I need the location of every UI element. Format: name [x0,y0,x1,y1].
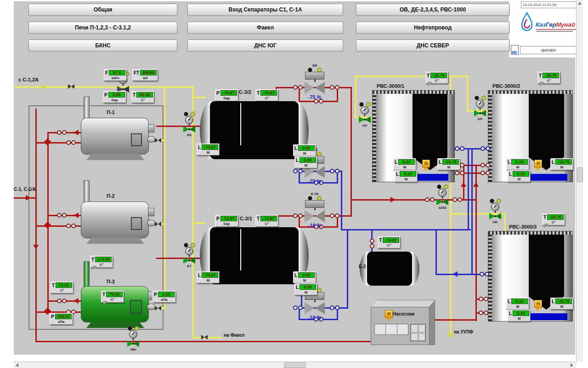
pipe-gas-s31 [193,222,206,224]
pipe-k9-loop-r [337,88,338,102]
pipe-water-tank-vert-2 [471,148,473,275]
p1-window [131,133,142,146]
k11-position: -75 % [308,178,322,184]
valve-label: з10к [439,206,447,210]
arrow-oil-down [33,245,39,249]
fitting-p1l [66,140,76,145]
hand-valve-p2-icon[interactable] [155,222,161,226]
p3-blower [147,304,155,310]
vertical-scroll-thumb[interactable] [577,167,583,182]
inlet-flow-indicator: F57.5м3/ч [104,69,127,81]
arrow-water-left [452,271,458,277]
nav-bkns[interactable]: БКНС [28,40,177,52]
s31-level2-indicator: L0.00М [294,283,317,295]
scroll-right-arrow[interactable] [571,363,573,367]
valve-indicators [490,199,501,203]
hand-valve-inlet-icon[interactable] [68,84,74,89]
timestamp: 10.04.2014 12:21:50 [521,1,579,8]
pipe-water-vert-2 [347,229,348,309]
instrument-unit: С° [539,79,559,83]
scroll-up-arrow[interactable] [578,2,582,5]
rvs2-label: РВС-3000/2 [492,83,520,89]
valve-z8n[interactable]: з8н [125,326,141,351]
instrument-letter: L [509,311,512,316]
nav-pechi[interactable]: Печи П-1,2,3 - С-3.1,2 [28,22,177,34]
e2-body [367,252,412,286]
instrument-letter: P [216,91,220,96]
horizontal-scroll-thumb[interactable] [284,362,306,368]
instrument-unit: кПа [51,320,72,324]
p2-label: П-2 [107,193,115,199]
nav-dns-yug[interactable]: ДНС ЮГ [187,40,343,52]
k10-actuator [305,200,324,208]
valve-z1g[interactable]: з1г [356,102,373,127]
valve-label: з1г [362,123,368,127]
instrument-letter: FT [134,70,139,75]
hand-valve-p1-icon[interactable] [155,138,161,143]
instrument-unit: С° [102,298,123,302]
valve-z2g[interactable]: з2г [472,96,488,121]
instrument-unit: С° [427,79,447,83]
rvs3-level1-indicator: L5.10М [506,298,529,310]
instrument-letter: L [198,273,201,278]
valve-k9[interactable]: К9 -75 % [303,63,326,100]
nav-ov-de-rvs[interactable]: ОВ, ДЕ-2,3,4,5, РВС-1000 [356,4,509,16]
valve-k6[interactable]: К6 [181,112,198,137]
p1-blower [147,136,155,143]
scroll-left-arrow[interactable] [16,363,18,367]
pipe-water-tank-vert-1 [468,148,469,230]
instrument-unit: М [294,278,315,282]
valve-indicators [184,243,195,247]
e2-label: Е-2 [359,264,366,269]
k12-body [305,302,325,314]
instrument-letter: L [439,160,441,165]
process-canvas: Общая Печи П-1,2,3 - С-3.1,2 БКНС Вход С… [14,1,575,355]
k10-body [305,210,325,222]
fitting-t12-blue-l [455,146,464,151]
nav-obschaya[interactable]: Общая [28,4,177,16]
instrument-unit: М [395,165,415,169]
operator-field[interactable]: operator [520,46,577,54]
p2-blower [147,220,155,226]
instrument-letter: L [509,172,512,177]
hand-valve-k8-icon[interactable] [201,335,208,339]
s32-gauge-line [240,103,241,145]
rvs3-label: РВС-3000/3 [509,224,537,230]
valve-z10k[interactable]: з10к [434,184,451,210]
nav-nefteprovod[interactable]: Нефтепровод [356,22,509,34]
instrument-unit: М [439,165,459,169]
s31-pressure-indicator: P-74.67бар [215,215,238,227]
valve-z3g[interactable]: з3г [487,199,503,224]
rvs3-level [529,313,567,320]
valve-k7[interactable]: К7 [181,243,198,268]
logo-text: КазГерМунай [536,21,575,28]
instrument-value: 75.00 [106,292,123,297]
pump-house-side [429,300,435,345]
inlet-totalizer-indicator: FT80590м3 [132,69,158,81]
valve-gauge [476,100,484,108]
valve-indicators [437,184,448,189]
nav-fakel[interactable]: Факел [187,22,343,34]
pump-house-high-arrow [386,318,391,322]
valve-indicators [359,102,371,106]
valve-k10[interactable]: К 10 -16 % [303,192,326,228]
hand-valve-p3-icon[interactable] [155,306,161,310]
k10-indicators [308,196,322,200]
rvs3-level2-indicator: L5.10М [508,310,531,322]
valve-label: К6 [187,133,191,137]
nav-dns-sever[interactable]: ДНС СЕВЕР [356,40,509,52]
valve-label: К7 [187,264,191,268]
horizontal-scrollbar[interactable] [14,362,576,368]
instrument-letter: T [91,257,94,262]
nav-vhod-separatory[interactable]: Вход Сепараторы С1, С-1А [187,4,343,16]
valve-gauge [129,330,137,339]
s31-label: С-3/1 [240,216,252,221]
instrument-unit: М [294,151,315,155]
vertical-scrollbar[interactable] [576,0,583,362]
instrument-value: 173.00 [95,257,112,262]
arrow-tank-up-2 [473,182,479,187]
arrow-oil-inlet [26,195,31,201]
pipe-water-vert-3 [435,229,437,275]
instrument-value: 0.00 [298,272,315,278]
p2-port [148,208,154,216]
